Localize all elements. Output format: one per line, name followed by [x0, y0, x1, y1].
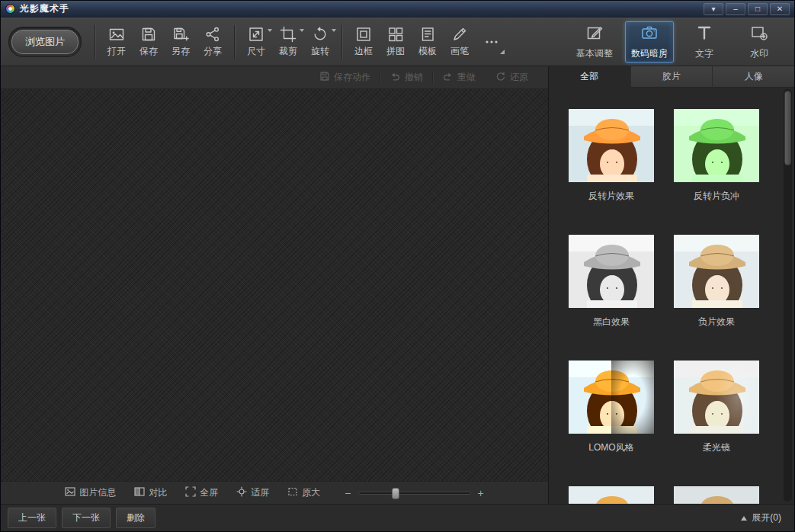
fullscreen-button[interactable]: 全屏	[185, 486, 218, 499]
undo-label: 撤销	[405, 71, 423, 84]
fullscreen-label: 全屏	[200, 486, 218, 499]
original-size-button[interactable]: 原大	[287, 486, 320, 499]
collage-icon	[387, 26, 404, 43]
filter-item[interactable]: LOMO风格	[569, 361, 654, 454]
filter-category-tabs: 全部 胶片 人像	[549, 66, 794, 88]
filter-thumbnail	[674, 235, 759, 308]
filter-name: 反转片效果	[569, 190, 654, 203]
previous-image-button[interactable]: 上一张	[8, 508, 56, 528]
redo-icon	[442, 71, 454, 85]
mode-tabs: 基本调整 数码暗房 文字 水印	[570, 21, 787, 62]
original-size-label: 原大	[302, 486, 320, 499]
window-controls: ▾ – □ ✕	[704, 3, 790, 15]
fit-screen-button[interactable]: 适屏	[236, 486, 269, 499]
share-button[interactable]: 分享	[197, 22, 229, 62]
resize-button[interactable]: 尺寸	[240, 22, 272, 62]
minimize-button[interactable]: –	[726, 3, 745, 15]
titlebar[interactable]: 光影魔术手 ▾ – □ ✕	[1, 1, 794, 18]
rotate-button[interactable]: 旋转	[304, 22, 336, 62]
main-toolbar: 浏览图片 打开 保存 另存 分享 尺寸 裁剪	[1, 18, 794, 66]
panel-scrollbar-thumb[interactable]	[784, 91, 791, 165]
open-icon	[108, 26, 125, 43]
close-button[interactable]: ✕	[770, 3, 790, 15]
toolbar-separator	[341, 25, 342, 59]
filter-tab-film[interactable]: 胶片	[631, 66, 713, 88]
restore-button[interactable]: 还原	[486, 71, 537, 85]
filter-item[interactable]: 反转片负冲	[674, 109, 759, 203]
template-button[interactable]: 模板	[412, 22, 444, 62]
filter-name: 柔光镜	[674, 441, 759, 454]
zoom-slider-thumb[interactable]	[392, 488, 399, 499]
tab-basic-adjust-label: 基本调整	[576, 47, 613, 60]
zoom-in-button[interactable]: +	[478, 488, 484, 498]
brush-button[interactable]: 画笔	[444, 22, 476, 62]
redo-button[interactable]: 重做	[433, 71, 485, 85]
window-menu-button[interactable]: ▾	[704, 3, 723, 15]
rotate-icon	[312, 26, 329, 43]
filter-item[interactable]: 负片效果	[674, 235, 759, 328]
fullscreen-icon	[185, 486, 196, 499]
filter-item[interactable]: 柔光镜	[674, 361, 759, 454]
save-action-label: 保存动作	[334, 71, 370, 84]
redo-label: 重做	[457, 71, 476, 84]
expand-corner-icon	[500, 50, 505, 54]
fit-screen-icon	[236, 486, 247, 499]
filter-name: 反转片负冲	[674, 190, 759, 203]
filter-item-partial[interactable]	[569, 486, 654, 504]
border-button[interactable]: 边框	[348, 22, 380, 62]
more-tools-button[interactable]	[476, 22, 508, 62]
restore-label: 还原	[510, 71, 528, 84]
save-button[interactable]: 保存	[133, 22, 165, 62]
tab-digital-darkroom[interactable]: 数码暗房	[625, 21, 674, 62]
crop-button[interactable]: 裁剪	[272, 22, 304, 62]
filter-tab-portrait[interactable]: 人像	[713, 66, 794, 88]
app-logo-icon	[5, 4, 15, 14]
filter-name: 负片效果	[674, 316, 759, 328]
filter-item-partial[interactable]	[674, 486, 759, 504]
camera-icon	[640, 24, 659, 44]
open-button[interactable]: 打开	[101, 22, 133, 62]
tab-watermark[interactable]: 水印	[735, 21, 784, 62]
panel-scrollbar[interactable]	[784, 89, 792, 502]
collage-label: 拼图	[386, 45, 405, 58]
save-action-icon	[319, 71, 330, 84]
filter-item[interactable]: 反转片效果	[569, 109, 654, 203]
dropdown-caret-icon	[332, 29, 336, 32]
zoom-slider[interactable]	[358, 492, 471, 495]
image-info-button[interactable]: 图片信息	[65, 486, 116, 499]
browse-images-button[interactable]: 浏览图片	[11, 30, 79, 54]
save-as-icon	[172, 26, 189, 43]
undo-button[interactable]: 撤销	[380, 71, 432, 85]
save-as-button[interactable]: 另存	[165, 22, 197, 62]
filter-item[interactable]: 黑白效果	[569, 235, 654, 328]
compare-button[interactable]: 对比	[134, 486, 167, 499]
save-icon	[140, 26, 157, 43]
image-info-icon	[65, 486, 75, 499]
filter-name: LOMO风格	[569, 441, 654, 454]
zoom-out-button[interactable]: −	[345, 488, 351, 498]
triangle-up-icon	[741, 516, 747, 521]
save-label: 保存	[139, 45, 158, 58]
tab-watermark-label: 水印	[750, 47, 768, 60]
image-canvas[interactable]	[1, 89, 548, 481]
maximize-button[interactable]: □	[748, 3, 768, 15]
expand-tray-button[interactable]: 展开(0)	[741, 511, 787, 524]
save-action-button[interactable]: 保存动作	[310, 71, 380, 84]
expand-tray-label: 展开(0)	[752, 511, 781, 524]
share-label: 分享	[204, 45, 222, 58]
action-bar: 保存动作 撤销 重做 还原	[1, 66, 548, 89]
filter-thumbnail	[674, 109, 759, 182]
border-icon	[355, 26, 372, 43]
filter-thumbnail	[569, 235, 654, 308]
image-info-label: 图片信息	[79, 486, 116, 499]
brush-icon	[451, 26, 468, 43]
fit-screen-label: 适屏	[251, 486, 269, 499]
filter-tab-all[interactable]: 全部	[549, 66, 631, 88]
template-label: 模板	[418, 45, 437, 58]
tab-basic-adjust[interactable]: 基本调整	[570, 21, 619, 62]
zoom-control: − +	[345, 488, 483, 498]
tab-text[interactable]: 文字	[680, 21, 729, 62]
collage-button[interactable]: 拼图	[380, 22, 412, 62]
delete-image-button[interactable]: 删除	[116, 508, 155, 528]
next-image-button[interactable]: 下一张	[62, 508, 111, 528]
